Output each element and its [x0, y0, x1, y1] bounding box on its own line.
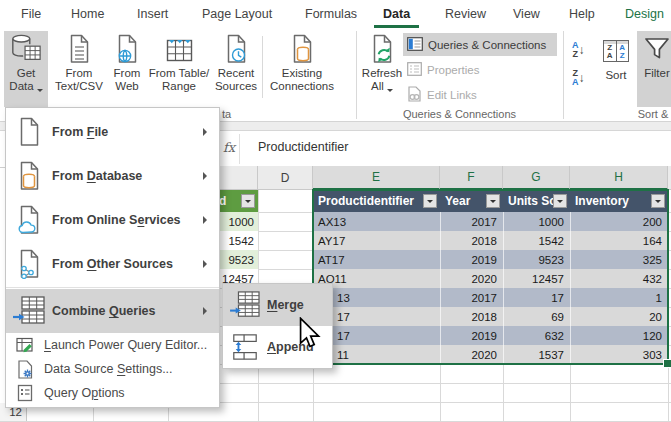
- table-row[interactable]: AO11202012457432: [313, 269, 668, 288]
- get-data-button[interactable]: Get Data: [4, 31, 48, 107]
- table-cell[interactable]: 69: [503, 307, 570, 326]
- table-cell[interactable]: 2018: [440, 307, 503, 326]
- tab-data[interactable]: Data: [374, 0, 419, 28]
- from-text-csv-button[interactable]: From Text/CSV: [52, 31, 106, 107]
- filter-dropdown-icon[interactable]: [486, 194, 500, 208]
- sort-ascending-button[interactable]: AZ↓: [572, 41, 585, 61]
- settings-icon: [6, 360, 44, 379]
- table-cell[interactable]: 200: [570, 212, 668, 231]
- menu-item-label: Launch Power Query Editor...: [44, 338, 219, 352]
- submenu-item-merge[interactable]: Merge: [223, 284, 332, 326]
- gridline: [668, 190, 669, 422]
- column-header-e[interactable]: E: [313, 166, 440, 190]
- formula-bar-value[interactable]: Productidentifier: [258, 140, 348, 154]
- tab-page-layout[interactable]: Page Layout: [193, 0, 281, 28]
- table-row[interactable]: 172019632120: [313, 326, 668, 345]
- tab-file[interactable]: File: [12, 0, 50, 28]
- table-cell[interactable]: AT17: [313, 250, 440, 269]
- table-row[interactable]: 1720186920: [313, 307, 668, 326]
- filter-dropdown-icon[interactable]: [553, 194, 567, 208]
- tab-view[interactable]: View: [504, 0, 549, 28]
- from-web-button[interactable]: From Web: [107, 31, 147, 107]
- table-cell[interactable]: AX13: [313, 212, 440, 231]
- filter-button[interactable]: Filter: [637, 31, 671, 107]
- queries-connections-button[interactable]: Queries & Connections: [403, 33, 557, 56]
- properties-button[interactable]: Properties: [403, 59, 517, 80]
- group-label-sort-filter-partial: Sort &: [633, 108, 671, 120]
- table-row[interactable]: AX1320171000200: [313, 212, 668, 231]
- sort-button[interactable]: ZAAZ Sort: [598, 33, 634, 107]
- product-table: ProductidentifierYearUnits SoldInventory…: [313, 190, 668, 364]
- table-cell[interactable]: 1000: [503, 212, 570, 231]
- table-cell[interactable]: 432: [570, 269, 668, 288]
- table-cell[interactable]: 9523: [503, 250, 570, 269]
- tab-home[interactable]: Home: [62, 0, 113, 28]
- table-cell[interactable]: 2018: [440, 231, 503, 250]
- column-header-partial[interactable]: [216, 166, 258, 190]
- submenu-arrow-icon: [203, 216, 211, 224]
- left-table-header-cell[interactable]: d: [216, 190, 258, 212]
- table-row[interactable]: AY1720181542164: [313, 231, 668, 250]
- column-header-g[interactable]: G: [503, 166, 570, 190]
- table-row[interactable]: 132017171: [313, 288, 668, 307]
- table-cell[interactable]: 2017: [440, 288, 503, 307]
- menu-item-launch-power-query-editor[interactable]: Launch Power Query Editor...: [6, 333, 219, 357]
- table-header-productidentifier[interactable]: Productidentifier: [313, 190, 440, 212]
- edit-links-button[interactable]: Edit Links: [403, 84, 517, 105]
- tab-help[interactable]: Help: [560, 0, 604, 28]
- refresh-all-button[interactable]: Refresh All: [361, 31, 403, 107]
- table-header-inventory[interactable]: Inventory: [570, 190, 668, 212]
- tab-formulas[interactable]: Formulas: [296, 0, 366, 28]
- table-row[interactable]: AT1720199523325: [313, 250, 668, 269]
- table-header-units-sold[interactable]: Units Sold: [503, 190, 570, 212]
- table-cell[interactable]: 1: [570, 288, 668, 307]
- tab-insert[interactable]: Insert: [128, 0, 177, 28]
- table-row[interactable]: 1120201537303: [313, 345, 668, 364]
- table-cell[interactable]: 2019: [440, 326, 503, 345]
- column-header-h[interactable]: H: [570, 166, 668, 190]
- sort-descending-button[interactable]: ZA↓: [572, 69, 585, 89]
- filter-dropdown-icon[interactable]: [423, 194, 437, 208]
- table-cell[interactable]: 20: [570, 307, 668, 326]
- column-header-d[interactable]: D: [258, 166, 313, 190]
- submenu-arrow-icon: [203, 128, 211, 136]
- dropdown-caret-icon: [387, 89, 393, 95]
- table-cell[interactable]: AY17: [313, 231, 440, 250]
- existing-connections-icon: [290, 31, 314, 67]
- left-table-cell[interactable]: 9523: [216, 250, 258, 269]
- recent-sources-button[interactable]: Recent Sources: [211, 31, 261, 107]
- tab-design[interactable]: Design: [616, 0, 671, 28]
- existing-connections-button[interactable]: Existing Connections: [266, 31, 338, 107]
- table-cell[interactable]: 2017: [440, 212, 503, 231]
- table-cell[interactable]: 17: [503, 288, 570, 307]
- from-table-range-button[interactable]: From Table/ Range: [147, 31, 211, 107]
- filter-dropdown-icon[interactable]: [241, 194, 255, 208]
- menu-item-data-source-settings[interactable]: Data Source Settings...: [6, 357, 219, 381]
- table-cell[interactable]: 12457: [503, 269, 570, 288]
- menu-item-from-other-sources[interactable]: From Other Sources: [6, 242, 219, 286]
- column-header-f[interactable]: F: [440, 166, 503, 190]
- submenu-item-append[interactable]: Append: [223, 326, 332, 368]
- fx-icon[interactable]: fx: [223, 140, 235, 155]
- menu-item-query-options[interactable]: Query Options: [6, 381, 219, 405]
- table-cell[interactable]: 303: [570, 345, 668, 364]
- submenu-item-label: Append: [267, 340, 314, 354]
- tab-review[interactable]: Review: [436, 0, 495, 28]
- table-cell[interactable]: 2019: [440, 250, 503, 269]
- table-header-year[interactable]: Year: [440, 190, 503, 212]
- table-cell[interactable]: 1537: [503, 345, 570, 364]
- table-cell[interactable]: 1542: [503, 231, 570, 250]
- menu-item-from-online-services[interactable]: From Online Services: [6, 198, 219, 242]
- left-table-cell[interactable]: 1542: [216, 231, 258, 250]
- table-cell[interactable]: 120: [570, 326, 668, 345]
- table-cell[interactable]: 325: [570, 250, 668, 269]
- menu-item-combine-queries[interactable]: Combine Queries: [6, 289, 219, 333]
- table-cell[interactable]: 632: [503, 326, 570, 345]
- table-cell[interactable]: 2020: [440, 269, 503, 288]
- menu-item-from-file[interactable]: From File: [6, 110, 219, 154]
- table-cell[interactable]: 2020: [440, 345, 503, 364]
- table-cell[interactable]: 164: [570, 231, 668, 250]
- menu-item-from-database[interactable]: From Database: [6, 154, 219, 198]
- filter-dropdown-icon[interactable]: [651, 194, 665, 208]
- left-table-cell[interactable]: 1000: [216, 212, 258, 231]
